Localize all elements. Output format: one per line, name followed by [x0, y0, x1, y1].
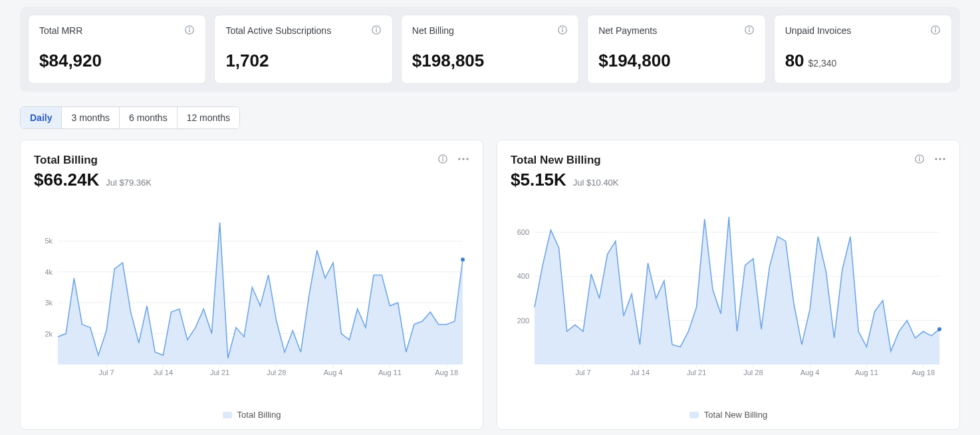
more-icon[interactable]: [934, 154, 946, 164]
kpi-info-button[interactable]: [371, 25, 382, 35]
svg-point-19: [462, 158, 464, 160]
svg-text:200: 200: [517, 317, 529, 325]
kpi-info-button[interactable]: [744, 25, 755, 35]
kpi-value: $84,920: [39, 51, 102, 71]
svg-point-16: [442, 156, 443, 158]
kpi-card[interactable]: Unpaid Invoices80$2,340: [774, 15, 952, 84]
svg-rect-14: [935, 29, 935, 33]
svg-point-29: [461, 257, 465, 261]
tab-3-months[interactable]: 3 months: [62, 107, 120, 128]
svg-text:Jul 28: Jul 28: [743, 368, 763, 376]
chart-actions: [437, 154, 469, 164]
chart-legend: Total New Billing: [511, 410, 946, 420]
kpi-strip: Total MRR$84,920Total Active Subscriptio…: [20, 7, 960, 92]
legend-label: Total New Billing: [704, 410, 767, 420]
more-icon[interactable]: [457, 154, 469, 164]
svg-rect-11: [749, 29, 749, 33]
info-icon[interactable]: [437, 154, 448, 164]
svg-rect-17: [442, 158, 443, 162]
svg-text:Jul 7: Jul 7: [575, 368, 590, 376]
svg-text:Jul 28: Jul 28: [267, 368, 286, 376]
svg-point-10: [749, 27, 750, 29]
svg-rect-46: [919, 158, 919, 162]
kpi-value: 80: [785, 51, 804, 71]
svg-text:Aug 4: Aug 4: [800, 368, 820, 376]
info-icon[interactable]: [184, 25, 195, 35]
kpi-card[interactable]: Total Active Subscriptions1,702: [214, 15, 392, 84]
svg-text:600: 600: [517, 228, 529, 236]
kpi-info-button[interactable]: [184, 25, 195, 35]
chart-value: $5.15K: [511, 170, 566, 190]
tab-6-months[interactable]: 6 months: [120, 107, 178, 128]
kpi-label: Total MRR: [39, 25, 82, 37]
kpi-label: Net Payments: [598, 25, 657, 37]
time-range-tabs: Daily3 months6 months12 months: [20, 106, 240, 129]
svg-text:Jul 21: Jul 21: [210, 368, 229, 376]
info-icon[interactable]: [744, 25, 755, 35]
svg-text:4k: 4k: [45, 268, 53, 276]
svg-rect-8: [562, 29, 563, 33]
info-icon[interactable]: [371, 25, 382, 35]
svg-text:Aug 18: Aug 18: [912, 368, 935, 376]
svg-point-49: [943, 158, 945, 160]
svg-point-56: [937, 327, 941, 331]
chart-title: Total New Billing: [511, 154, 601, 167]
svg-rect-5: [376, 29, 376, 33]
kpi-value: $194,800: [598, 51, 670, 71]
svg-text:3k: 3k: [45, 299, 53, 307]
svg-point-18: [458, 158, 460, 160]
svg-text:Jul 14: Jul 14: [154, 368, 173, 376]
svg-text:Aug 11: Aug 11: [855, 368, 878, 376]
chart-value: $66.24K: [34, 170, 99, 190]
svg-text:Aug 11: Aug 11: [378, 368, 402, 376]
svg-text:Aug 18: Aug 18: [435, 368, 458, 376]
charts-row: Total Billing$66.24KJul $79.36K2k3k4k5kJ…: [20, 140, 960, 430]
chart-compare: Jul $10.40K: [573, 178, 619, 188]
svg-text:2k: 2k: [45, 330, 53, 338]
kpi-value: $198,805: [412, 51, 484, 71]
tab-12-months[interactable]: 12 months: [178, 107, 239, 128]
svg-point-45: [919, 156, 920, 158]
svg-text:Jul 7: Jul 7: [98, 368, 114, 376]
kpi-info-button[interactable]: [557, 25, 568, 35]
chart-plot: 200400600Jul 7Jul 14Jul 21Jul 28Aug 4Aug…: [511, 206, 946, 406]
svg-text:Jul 14: Jul 14: [630, 368, 650, 376]
svg-point-1: [189, 27, 190, 29]
chart-plot: 2k3k4k5kJul 7Jul 14Jul 21Jul 28Aug 4Aug …: [34, 206, 469, 406]
svg-point-48: [939, 158, 941, 160]
svg-rect-2: [189, 29, 190, 33]
chart-svg: 2k3k4k5kJul 7Jul 14Jul 21Jul 28Aug 4Aug …: [34, 206, 469, 379]
chart-svg: 200400600Jul 7Jul 14Jul 21Jul 28Aug 4Aug…: [511, 206, 946, 379]
svg-text:Aug 4: Aug 4: [324, 368, 343, 376]
kpi-value: 1,702: [225, 51, 269, 71]
kpi-label: Unpaid Invoices: [785, 25, 852, 37]
kpi-subvalue: $2,340: [808, 58, 837, 69]
info-icon[interactable]: [914, 154, 925, 164]
svg-text:400: 400: [517, 272, 529, 280]
legend-swatch: [223, 412, 232, 418]
info-icon[interactable]: [930, 25, 941, 35]
chart-card: Total Billing$66.24KJul $79.36K2k3k4k5kJ…: [20, 140, 483, 430]
svg-point-13: [935, 27, 936, 29]
kpi-label: Net Billing: [412, 25, 454, 37]
tab-daily[interactable]: Daily: [21, 107, 62, 128]
svg-text:5k: 5k: [45, 237, 53, 245]
chart-compare: Jul $79.36K: [106, 178, 152, 188]
kpi-label: Total Active Subscriptions: [225, 25, 331, 37]
legend-label: Total Billing: [237, 410, 281, 420]
chart-legend: Total Billing: [34, 410, 469, 420]
info-icon[interactable]: [557, 25, 568, 35]
legend-swatch: [689, 412, 699, 418]
chart-card: Total New Billing$5.15KJul $10.40K200400…: [497, 140, 960, 430]
kpi-card[interactable]: Net Billing$198,805: [401, 15, 579, 84]
chart-title: Total Billing: [34, 154, 98, 167]
kpi-card[interactable]: Net Payments$194,800: [587, 15, 765, 84]
kpi-card[interactable]: Total MRR$84,920: [28, 15, 206, 84]
kpi-info-button[interactable]: [930, 25, 941, 35]
svg-point-4: [376, 27, 377, 29]
svg-text:Jul 21: Jul 21: [687, 368, 706, 376]
svg-point-47: [935, 158, 937, 160]
svg-point-20: [466, 158, 468, 160]
chart-actions: [914, 154, 946, 164]
svg-point-7: [562, 27, 563, 29]
